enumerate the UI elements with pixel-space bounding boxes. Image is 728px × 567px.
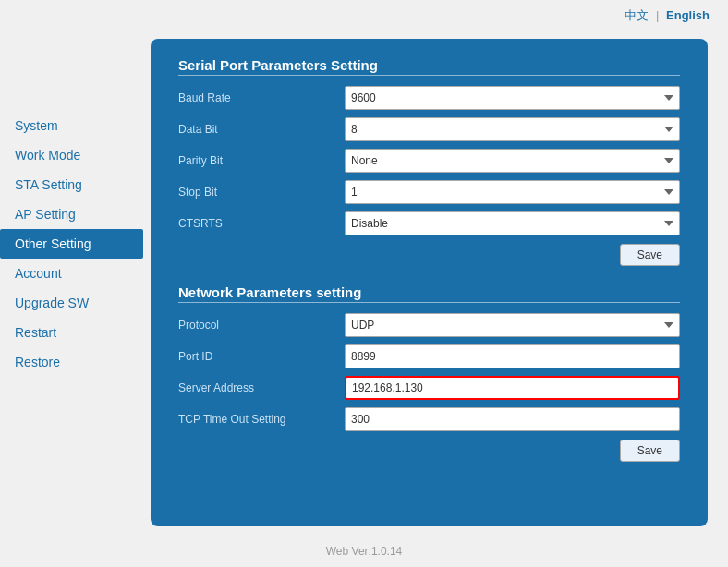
input-server-address[interactable] <box>345 376 680 400</box>
label-port-id: Port ID <box>178 350 345 363</box>
row-baud-rate: Baud Rate9600192003840057600115200 <box>178 85 680 111</box>
serial-port-title: Serial Port Parameters Setting <box>178 57 680 73</box>
sidebar-item-sta-setting[interactable]: STA Setting <box>0 170 143 199</box>
sidebar-item-restore[interactable]: Restore <box>0 347 143 377</box>
row-port-id: Port ID <box>178 344 680 369</box>
network-fields: ProtocolUDPTCPPort IDServer AddressTCP T… <box>178 312 680 432</box>
row-protocol: ProtocolUDPTCP <box>178 312 680 338</box>
network-title: Network Parameters setting <box>178 284 680 300</box>
sidebar-item-upgrade-sw[interactable]: Upgrade SW <box>0 288 143 318</box>
input-port-id[interactable] <box>345 344 680 368</box>
input-protocol[interactable]: UDPTCP <box>345 313 680 337</box>
language-bar: 中文 | English <box>625 7 710 24</box>
sidebar-item-work-mode[interactable]: Work Mode <box>0 140 143 170</box>
sidebar-item-restart[interactable]: Restart <box>0 318 143 347</box>
sidebar-item-other-setting[interactable]: Other Setting <box>0 229 143 259</box>
label-protocol: Protocol <box>178 319 345 332</box>
input-ctsrts[interactable]: DisableEnable <box>345 211 680 235</box>
input-baud-rate[interactable]: 9600192003840057600115200 <box>345 86 680 110</box>
row-ctsrts: CTSRTSDisableEnable <box>178 211 680 236</box>
row-parity-bit: Parity BitNoneOddEven <box>178 148 680 174</box>
label-baud-rate: Baud Rate <box>178 91 345 104</box>
serial-fields: Baud Rate9600192003840057600115200Data B… <box>178 85 680 236</box>
main-panel: Serial Port Parameters Setting Baud Rate… <box>151 39 708 526</box>
label-parity-bit: Parity Bit <box>178 154 345 167</box>
sidebar-item-ap-setting[interactable]: AP Setting <box>0 199 143 229</box>
label-tcp-timeout: TCP Time Out Setting <box>178 413 345 426</box>
row-data-bit: Data Bit5678 <box>178 116 680 142</box>
input-parity-bit[interactable]: NoneOddEven <box>345 149 680 173</box>
input-tcp-timeout[interactable] <box>345 407 680 431</box>
chinese-link[interactable]: 中文 <box>625 8 649 22</box>
network-save-row: Save <box>178 440 680 462</box>
input-stop-bit[interactable]: 12 <box>345 180 680 204</box>
serial-port-section: Serial Port Parameters Setting Baud Rate… <box>178 57 680 266</box>
sidebar-item-account[interactable]: Account <box>0 259 143 288</box>
lang-separator: | <box>656 8 659 22</box>
label-stop-bit: Stop Bit <box>178 186 345 199</box>
network-save-button[interactable]: Save <box>620 440 680 462</box>
sidebar-item-system[interactable]: System <box>0 111 143 140</box>
row-tcp-timeout: TCP Time Out Setting <box>178 406 680 432</box>
network-section: Network Parameters setting ProtocolUDPTC… <box>178 284 680 462</box>
row-stop-bit: Stop Bit12 <box>178 179 680 205</box>
footer: Web Ver:1.0.14 <box>0 545 728 558</box>
label-ctsrts: CTSRTS <box>178 217 345 230</box>
label-data-bit: Data Bit <box>178 123 345 136</box>
sidebar: SystemWork ModeSTA SettingAP SettingOthe… <box>0 0 143 567</box>
serial-save-button[interactable]: Save <box>620 244 680 266</box>
footer-text: Web Ver:1.0.14 <box>326 545 403 558</box>
serial-save-row: Save <box>178 244 680 266</box>
input-data-bit[interactable]: 5678 <box>345 117 680 141</box>
english-link[interactable]: English <box>666 8 710 22</box>
row-server-address: Server Address <box>178 375 680 401</box>
label-server-address: Server Address <box>178 381 345 394</box>
